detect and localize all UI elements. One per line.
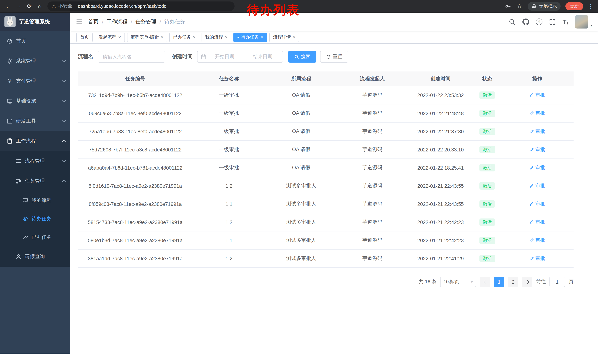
approve-link[interactable]: 审批 xyxy=(530,219,545,226)
breadcrumb-task-mgmt[interactable]: 任务管理 xyxy=(136,18,156,25)
initiator-cell: 芋道源码 xyxy=(337,249,407,267)
update-button[interactable]: 更新 xyxy=(565,2,583,10)
sidebar-item-leave-query[interactable]: 请假查询 xyxy=(0,247,70,267)
sidebar-item-home[interactable]: 首页 xyxy=(0,31,70,51)
browser-menu-icon[interactable]: ⋮ xyxy=(588,3,594,9)
close-icon[interactable]: × xyxy=(118,35,121,40)
sidebar-item-label: 研发工具 xyxy=(16,118,36,124)
tab-label: 待办任务 xyxy=(241,34,259,40)
page-2-button[interactable]: 2 xyxy=(508,277,518,287)
approve-link[interactable]: 审批 xyxy=(530,183,545,189)
status-badge: 激活 xyxy=(479,237,495,244)
sidebar-item-my-process[interactable]: 我的流程 xyxy=(0,191,70,210)
search-button[interactable]: 搜索 xyxy=(288,51,316,63)
user-menu[interactable]: ▾ xyxy=(575,15,592,29)
close-icon[interactable]: × xyxy=(260,35,263,40)
forward-icon[interactable]: → xyxy=(14,1,24,11)
tab-start-process[interactable]: 发起流程 × xyxy=(95,32,125,42)
tab-done-task[interactable]: 已办任务 × xyxy=(169,32,199,42)
page-size-select[interactable]: 10条/页 ▾ xyxy=(440,277,476,287)
home-icon[interactable]: ⌂ xyxy=(35,1,44,11)
sidebar-item-label: 请假查询 xyxy=(25,253,45,260)
process-cell: 测试多审批人 xyxy=(265,249,337,267)
active-tab-dot: ● xyxy=(237,36,239,39)
back-icon[interactable]: ← xyxy=(4,1,13,11)
close-icon[interactable]: × xyxy=(161,35,163,40)
address-bar[interactable]: ⚠ 不安全 dashboard.yudao.iocoder.cn/bpm/tas… xyxy=(47,1,234,11)
tab-form-edit[interactable]: 流程表单-编辑 × xyxy=(127,32,167,42)
incognito-label: 无痕模式 xyxy=(539,3,557,9)
date-range-picker[interactable]: 开始日期 - 结束日期 xyxy=(197,51,283,63)
app-logo[interactable]: 芋道管理系统 xyxy=(0,13,70,31)
chevron-down-icon xyxy=(62,79,66,82)
fullscreen-icon[interactable] xyxy=(549,18,556,25)
process-name-label: 流程名 xyxy=(78,53,93,60)
end-date-placeholder: 结束日期 xyxy=(246,53,279,60)
hamburger-icon[interactable] xyxy=(75,18,83,25)
approve-link[interactable]: 审批 xyxy=(530,255,545,262)
chevron-down-icon xyxy=(62,159,66,162)
github-icon[interactable] xyxy=(522,18,530,25)
chevron-left-icon xyxy=(483,280,487,284)
table-row: a6aba0a4-7b6d-11ec-b781-acde48001122 一级审… xyxy=(78,159,573,177)
status-badge: 激活 xyxy=(479,164,495,171)
approve-link[interactable]: 审批 xyxy=(530,237,545,244)
created-cell: 2022-01-21 22:43:55 xyxy=(407,195,473,213)
approve-link[interactable]: 审批 xyxy=(530,146,545,153)
task-name-cell: 1.1 xyxy=(193,195,265,213)
sidebar-item-todo-task[interactable]: 待办任务 xyxy=(0,210,70,228)
process-cell: OA 请假 xyxy=(265,140,337,159)
action-cell: 审批 xyxy=(501,177,573,195)
table-row: 069c6a63-7b8a-11ec-8ef0-acde48001122 一级审… xyxy=(78,104,573,122)
next-page-button[interactable] xyxy=(522,277,532,287)
key-icon[interactable] xyxy=(505,3,511,9)
action-cell: 审批 xyxy=(501,195,573,213)
sidebar-item-infra[interactable]: 基础设施 xyxy=(0,91,70,111)
sidebar-item-label: 支付管理 xyxy=(16,78,36,84)
goto-page-input[interactable] xyxy=(549,277,565,287)
url-text[interactable]: dashboard.yudao.iocoder.cn/bpm/task/todo xyxy=(78,4,166,9)
sidebar-item-workflow[interactable]: 工作流程 xyxy=(0,131,70,151)
action-cell: 审批 xyxy=(501,122,573,140)
approve-link[interactable]: 审批 xyxy=(530,201,545,207)
sidebar-item-system[interactable]: 系统管理 xyxy=(0,51,70,71)
close-icon[interactable]: × xyxy=(193,35,195,40)
breadcrumb-workflow[interactable]: 工作流程 xyxy=(107,18,127,25)
search-icon[interactable] xyxy=(508,18,516,25)
sidebar-item-process-mgmt[interactable]: 流程管理 xyxy=(0,151,70,171)
chevron-down-icon xyxy=(62,99,66,102)
approve-link[interactable]: 审批 xyxy=(530,92,545,98)
clipboard-icon xyxy=(7,138,13,144)
tab-my-process[interactable]: 我的流程 × xyxy=(201,32,231,42)
approve-link[interactable]: 审批 xyxy=(530,128,545,135)
sidebar-item-task-mgmt[interactable]: 任务管理 xyxy=(0,171,70,191)
process-name-input[interactable] xyxy=(98,51,165,63)
close-icon[interactable]: × xyxy=(225,35,228,40)
tab-label: 已办任务 xyxy=(173,34,191,40)
sidebar-item-done-task[interactable]: 已办任务 xyxy=(0,228,70,247)
page-size-value: 10条/页 xyxy=(443,279,459,285)
pagination: 共 16 条 10条/页 ▾ 1 2 前往 页 xyxy=(78,277,573,287)
not-secure-label[interactable]: 不安全 xyxy=(58,3,72,9)
tab-home[interactable]: 首页 xyxy=(76,32,93,42)
search-icon xyxy=(294,54,299,59)
close-icon[interactable]: × xyxy=(293,35,295,40)
reload-icon[interactable]: ⟳ xyxy=(25,1,34,11)
approve-link[interactable]: 审批 xyxy=(530,164,545,171)
approve-link[interactable]: 审批 xyxy=(530,110,545,117)
sidebar-item-devtools[interactable]: 研发工具 xyxy=(0,111,70,131)
font-size-icon[interactable]: TT xyxy=(563,19,569,25)
initiator-cell: 芋道源码 xyxy=(337,177,407,195)
breadcrumb-home[interactable]: 首页 xyxy=(88,18,99,25)
chat-icon xyxy=(22,197,28,203)
tab-todo-task[interactable]: ● 待办任务 × xyxy=(234,32,267,42)
tab-process-detail[interactable]: 流程详情 × xyxy=(269,32,299,42)
page-1-button[interactable]: 1 xyxy=(494,277,504,287)
sidebar-item-payment[interactable]: ¥ 支付管理 xyxy=(0,71,70,91)
reset-button[interactable]: 重置 xyxy=(320,51,348,63)
bookmark-star-icon[interactable]: ☆ xyxy=(516,3,523,9)
task-id-cell: 73211d9d-7b9b-11ec-b5b7-acde48001122 xyxy=(78,86,193,104)
help-icon[interactable]: ? xyxy=(536,18,543,25)
prev-page-button[interactable] xyxy=(480,277,490,287)
table-row: 381aa1dd-7ac8-11ec-a9e2-a2380e71991a 1.2… xyxy=(78,249,573,267)
